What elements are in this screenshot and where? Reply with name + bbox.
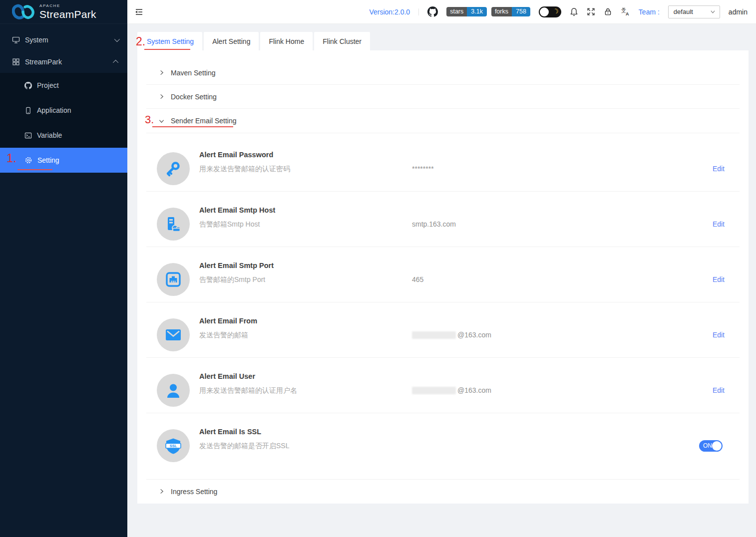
- sidebar-item-label: System: [25, 36, 114, 44]
- top-header: Version:2.0.0 stars 3.1k forks 758 ☽: [127, 0, 756, 24]
- brand-logo: APACHE StreamPark: [0, 0, 127, 24]
- svg-text:SSL: SSL: [170, 444, 177, 448]
- header-divider: [418, 8, 419, 15]
- sidebar-item-streampark[interactable]: StreamPark: [0, 51, 127, 73]
- setting-row-alert-email-user: Alert Email User 用来发送告警邮箱的认证用户名 @163.com…: [146, 358, 740, 413]
- setting-description: 发送告警的邮箱是否开启SSL: [199, 442, 289, 451]
- section-sender-email-setting[interactable]: Sender Email Setting: [137, 109, 749, 133]
- avatar: [157, 374, 190, 407]
- sidebar-item-application[interactable]: Application: [0, 98, 127, 123]
- github-icon: [24, 82, 32, 89]
- redacted-email-prefix: [412, 387, 456, 394]
- section-docker-setting[interactable]: Docker Setting: [137, 85, 749, 108]
- setting-description: 告警邮箱的Smtp Port: [199, 275, 265, 284]
- avatar: SSL: [157, 429, 190, 462]
- fullscreen-icon[interactable]: [587, 7, 595, 16]
- edit-button[interactable]: Edit: [713, 331, 725, 339]
- edit-button[interactable]: Edit: [713, 275, 725, 283]
- tab-system-setting[interactable]: System Setting: [137, 32, 202, 50]
- server-cloud-icon: [165, 216, 182, 233]
- sidebar: APACHE StreamPark System StreamPark: [0, 0, 127, 537]
- tab-alert-setting[interactable]: Alert Setting: [204, 32, 259, 50]
- setting-value: @163.com: [412, 386, 491, 394]
- team-select-value: default: [674, 8, 710, 15]
- ssl-toggle[interactable]: ON: [699, 440, 723, 452]
- gear-icon: [24, 156, 32, 164]
- setting-row-alert-email-smtp-port: Alert Email Smtp Port 告警邮箱的Smtp Port 465…: [146, 247, 740, 302]
- sidebar-item-label: StreamPark: [25, 58, 114, 66]
- dark-mode-toggle[interactable]: ☽: [539, 6, 561, 17]
- user-icon: [165, 382, 182, 399]
- toggle-knob: [712, 441, 722, 451]
- avatar: [157, 263, 190, 296]
- edit-button[interactable]: Edit: [713, 386, 725, 394]
- section-ingress-setting[interactable]: Ingress Setting: [137, 480, 749, 503]
- chevron-right-icon: [159, 70, 164, 75]
- lock-icon[interactable]: [604, 7, 612, 16]
- tab-flink-cluster[interactable]: Flink Cluster: [314, 32, 370, 50]
- sidebar-item-label: Setting: [37, 156, 59, 164]
- notification-bell-icon[interactable]: [570, 7, 578, 16]
- brand-apache-label: APACHE: [39, 4, 96, 8]
- setting-row-alert-email-is-ssl: SSL Alert Email Is SSL 发送告警的邮箱是否开启SSL ON: [146, 413, 740, 469]
- ssl-shield-icon: SSL: [165, 437, 182, 454]
- team-label: Team :: [639, 8, 660, 16]
- setting-description: 发送告警的邮箱: [199, 331, 248, 340]
- setting-row-alert-email-from: Alert Email From 发送告警的邮箱 @163.com Edit: [146, 302, 740, 358]
- user-menu[interactable]: admin: [729, 8, 748, 16]
- avatar: [157, 152, 190, 185]
- toggle-knob: [540, 7, 549, 16]
- streampark-app: APACHE StreamPark System StreamPark: [0, 0, 756, 537]
- edit-button[interactable]: Edit: [713, 220, 725, 228]
- setting-title: Alert Email Smtp Host: [199, 206, 275, 214]
- sender-email-settings-list: Alert Email Password 用来发送告警邮箱的认证密码 *****…: [146, 136, 740, 469]
- chevron-right-icon: [159, 94, 164, 99]
- github-forks-badge[interactable]: forks 758: [491, 7, 530, 16]
- tab-flink-home[interactable]: Flink Home: [260, 32, 313, 50]
- avatar: [157, 208, 190, 241]
- setting-title: Alert Email User: [199, 372, 255, 380]
- streampark-submenu: Project Application Variable: [0, 73, 127, 173]
- setting-row-alert-email-smtp-host: Alert Email Smtp Host 告警邮箱Smtp Host smtp…: [146, 192, 740, 247]
- team-select[interactable]: default: [668, 5, 720, 18]
- setting-title: Alert Email Is SSL: [199, 428, 261, 436]
- setting-title: Alert Email Password: [199, 151, 273, 159]
- section-maven-setting[interactable]: Maven Setting: [137, 61, 749, 84]
- setting-row-alert-email-password: Alert Email Password 用来发送告警邮箱的认证密码 *****…: [146, 136, 740, 192]
- redacted-email-prefix: [412, 331, 456, 339]
- github-icon[interactable]: [427, 6, 438, 17]
- sidebar-item-system[interactable]: System: [0, 29, 127, 51]
- chevron-right-icon: [159, 489, 164, 494]
- section-label: Maven Setting: [171, 69, 216, 77]
- menu-fold-icon[interactable]: [134, 7, 143, 16]
- moon-icon: ☽: [552, 6, 560, 15]
- setting-value: smtp.163.com: [412, 220, 456, 228]
- annotation-2: 2.: [136, 35, 145, 48]
- brand-name: StreamPark: [39, 8, 96, 20]
- setting-value: 465: [412, 275, 423, 283]
- github-stars-badge[interactable]: stars 3.1k: [446, 7, 487, 16]
- sidebar-item-label: Variable: [37, 131, 62, 139]
- chevron-down-icon: [159, 118, 164, 124]
- section-label: Ingress Setting: [171, 488, 217, 496]
- edit-button[interactable]: Edit: [713, 165, 725, 173]
- variable-terminal-icon: [24, 132, 32, 139]
- sidebar-item-variable[interactable]: Variable: [0, 123, 127, 148]
- setting-value: @163.com: [412, 331, 491, 339]
- setting-title: Alert Email From: [199, 317, 257, 325]
- ethernet-port-icon: [165, 271, 182, 288]
- annotation-3-underline: [152, 126, 233, 127]
- toggle-on-label: ON: [703, 442, 712, 449]
- svg-text:A: A: [626, 11, 629, 16]
- language-translate-icon[interactable]: 文 A: [621, 7, 630, 16]
- annotation-1-underline: [17, 169, 52, 170]
- avatar: [157, 318, 190, 351]
- section-label: Docker Setting: [171, 93, 217, 101]
- setting-value: ********: [412, 165, 434, 173]
- system-setting-panel: Maven Setting Docker Setting Sender Emai…: [137, 50, 749, 504]
- annotation-2-underline: [144, 49, 190, 50]
- sidebar-item-project[interactable]: Project: [0, 73, 127, 98]
- setting-title: Alert Email Smtp Port: [199, 262, 274, 269]
- setting-description: 告警邮箱Smtp Host: [199, 220, 260, 229]
- chevron-down-icon: [114, 36, 120, 42]
